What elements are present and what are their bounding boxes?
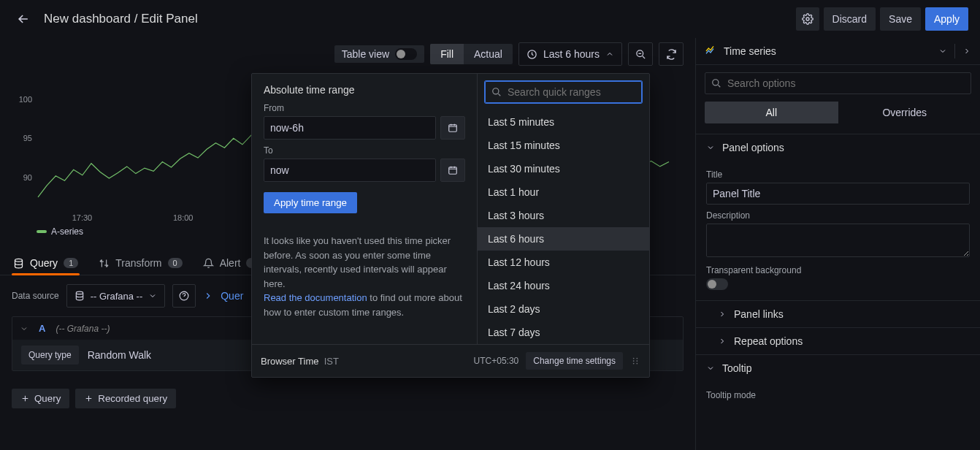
chevron-right-icon[interactable] [962,47,971,56]
discard-button[interactable]: Discard [824,7,876,31]
tab-query[interactable]: Query 1 [12,251,80,275]
svg-point-22 [636,363,638,365]
apply-time-range-button[interactable]: Apply time range [264,192,357,213]
drag-handle-icon[interactable] [630,356,640,366]
description-input[interactable] [706,224,970,257]
quick-range-search[interactable] [485,81,642,103]
description-label: Description [706,210,970,221]
quick-range-search-input[interactable] [508,86,635,98]
section-repeat-options[interactable]: Repeat options [696,327,980,354]
time-hint: It looks like you haven't used this time… [264,234,465,319]
viz-type-label[interactable]: Time series [724,45,931,57]
zoom-out-button[interactable] [628,42,653,66]
search-options-input-wrap[interactable] [705,72,971,94]
tab-all[interactable]: All [705,102,838,123]
svg-point-13 [713,80,719,85]
calendar-icon [448,123,458,133]
legend-color-icon [37,230,47,233]
datasource-help-button[interactable] [172,284,196,308]
chevron-right-icon [718,337,727,346]
quick-range-item[interactable]: Last 1 hour [478,180,649,204]
query-ref-id: A [39,323,45,334]
svg-text:95: 95 [23,134,32,142]
quick-range-item[interactable]: Last 5 minutes [478,110,649,134]
breadcrumb: New dashboard / Edit Panel [44,12,787,26]
search-icon [491,87,502,97]
question-icon [179,291,189,301]
tab-query-badge: 1 [64,258,78,268]
datasource-value: -- Grafana -- [91,291,143,302]
apply-button[interactable]: Apply [925,7,968,31]
chevron-down-icon [706,364,715,373]
datasource-label: Data source [12,291,59,301]
section-panel-options[interactable]: Panel options [696,134,980,161]
table-view-toggle[interactable]: Table view [334,45,424,63]
add-recorded-query-button[interactable]: Recorded query [75,389,176,408]
quick-range-item[interactable]: Last 2 days [478,297,649,321]
add-query-label: Query [34,393,61,404]
datasource-select[interactable]: -- Grafana -- [66,284,166,308]
add-query-button[interactable]: Query [12,389,69,408]
title-label: Title [706,169,970,180]
svg-point-20 [636,358,638,359]
time-to-label: To [264,145,465,156]
chevron-down-icon[interactable] [938,47,947,56]
time-to-input[interactable] [264,159,436,182]
title-input[interactable] [706,183,970,205]
query-options-expand[interactable] [203,291,213,301]
quick-range-item[interactable]: Last 15 minutes [478,134,649,157]
plus-icon [84,394,93,403]
time-to-calendar-button[interactable] [440,159,465,182]
fill-actual-group: Fill Actual [430,44,513,64]
svg-point-18 [633,360,635,362]
time-from-calendar-button[interactable] [440,116,465,140]
transparent-toggle[interactable] [706,278,728,290]
switch-icon [395,48,417,60]
quick-range-item[interactable]: Last 3 hours [478,204,649,227]
tab-alert-label: Alert [220,257,241,269]
calendar-icon [448,165,458,175]
chevron-down-icon[interactable] [20,324,28,333]
save-button[interactable]: Save [880,7,921,31]
svg-rect-14 [449,125,457,131]
browser-time-label: Browser Time [261,356,318,367]
svg-point-11 [76,291,83,294]
section-panel-links[interactable]: Panel links [696,300,980,327]
back-button[interactable] [12,7,35,31]
utc-offset: UTC+05:30 [474,356,519,366]
change-time-settings-button[interactable]: Change time settings [526,352,623,370]
refresh-icon [666,49,677,60]
refresh-button[interactable] [659,42,684,66]
time-from-input[interactable] [264,116,436,140]
fill-option[interactable]: Fill [430,44,464,64]
svg-point-10 [15,259,23,262]
time-range-button[interactable]: Last 6 hours [518,42,622,66]
svg-point-21 [636,360,638,362]
database-icon [74,291,85,301]
tab-transform-badge: 0 [168,258,183,268]
section-tooltip[interactable]: Tooltip [696,354,980,381]
legend-series-label: A-series [51,226,83,237]
table-view-label: Table view [342,48,389,60]
query-type-value[interactable]: Random Walk [88,349,151,361]
repeat-options-label: Repeat options [734,335,803,347]
quick-range-item[interactable]: Last 24 hours [478,274,649,297]
tab-overrides[interactable]: Overrides [838,102,972,123]
plus-icon [20,394,30,403]
svg-text:100: 100 [19,95,32,104]
quick-range-item[interactable]: Last 30 minutes [478,157,649,180]
tab-transform-label: Transform [115,257,161,269]
quick-range-item[interactable]: Last 6 hours [478,227,649,251]
actual-option[interactable]: Actual [464,44,513,64]
tab-transform[interactable]: Transform 0 [97,251,183,275]
tooltip-mode-label: Tooltip mode [706,390,970,400]
query-inspector-link[interactable]: Quer [221,290,243,302]
search-icon [711,78,721,88]
time-from-label: From [264,103,465,113]
chevron-right-icon [203,291,213,301]
quick-range-item[interactable]: Last 7 days [478,321,649,344]
time-doc-link[interactable]: Read the documentation [264,292,367,303]
search-options-input[interactable] [727,77,965,89]
settings-button[interactable] [796,7,819,31]
quick-range-item[interactable]: Last 12 hours [478,251,649,274]
